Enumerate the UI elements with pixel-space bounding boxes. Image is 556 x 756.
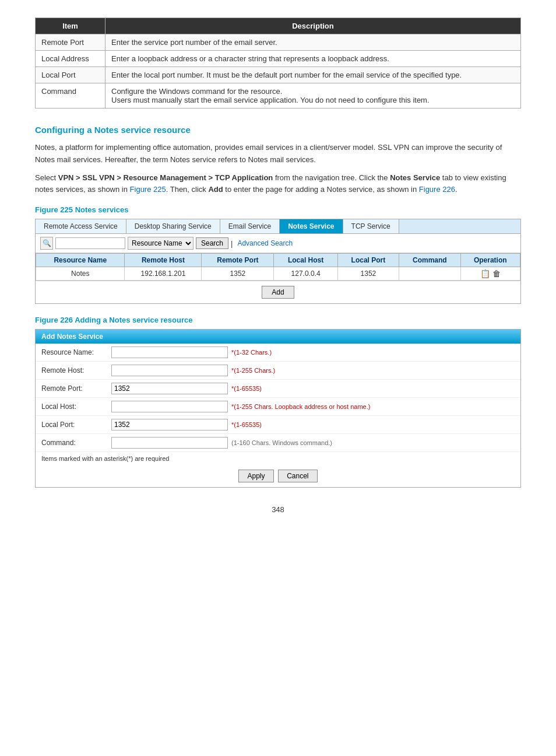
label-command: Command: [41, 439, 111, 447]
cancel-button[interactable]: Cancel [278, 470, 317, 482]
tab-tcp-service[interactable]: TCP Service [343, 219, 399, 233]
form-buttons: Apply Cancel [36, 465, 520, 487]
figure-226-ref[interactable]: Figure 226 [419, 185, 455, 194]
page-number: 348 [35, 505, 521, 514]
col-local-port: Local Port [337, 254, 399, 267]
item-cell: Remote Port [36, 34, 105, 51]
table-row: Remote Port Enter the service port numbe… [36, 34, 521, 51]
desc-line2: Users must manually start the email serv… [111, 96, 515, 104]
bold-vpn-path: VPN > SSL VPN > Resource Management > TC… [58, 173, 273, 182]
cell-local-port: 1352 [337, 267, 399, 281]
input-command[interactable] [111, 437, 228, 449]
col-local-host: Local Host [274, 254, 337, 267]
form-row-local-host: Local Host: *(1-255 Chars. Loopback addr… [36, 398, 520, 416]
col-operation: Operation [460, 254, 520, 267]
item-cell: Local Address [36, 51, 105, 67]
cell-operation: 📋 🗑 [460, 267, 520, 281]
desc-line1: Configure the Windows command for the re… [111, 87, 515, 96]
hint-remote-port: *(1-65535) [231, 385, 262, 392]
body-text-end: . [455, 185, 458, 194]
col-resource-name: Resource Name [36, 254, 125, 267]
form-body: Resource Name: *(1-32 Chars.) Remote Hos… [36, 344, 520, 487]
copy-icon[interactable]: 📋 [480, 269, 490, 278]
tab-email-service[interactable]: Email Service [220, 219, 280, 233]
cell-remote-host: 192.168.1.201 [125, 267, 202, 281]
cell-command [399, 267, 460, 281]
input-local-host[interactable] [111, 401, 228, 412]
section-heading: Configuring a Notes service resource [35, 125, 521, 135]
body-text-prefix: Select [35, 173, 58, 182]
required-note: Items marked with an asterisk(*) are req… [36, 452, 520, 465]
form-row-command: Command: (1-160 Chars. Windows command.) [36, 434, 520, 452]
search-field-select[interactable]: Resource Name [128, 237, 193, 250]
item-cell: Local Port [36, 67, 105, 83]
col-remote-host: Remote Host [125, 254, 202, 267]
hint-local-port: *(1-65535) [231, 421, 262, 428]
input-local-port[interactable] [111, 419, 228, 430]
notes-data-table: Resource Name Remote Host Remote Port Lo… [36, 253, 520, 281]
search-icon: 🔍 [40, 237, 53, 250]
delete-icon[interactable]: 🗑 [492, 269, 501, 278]
apply-button[interactable]: Apply [238, 470, 273, 482]
add-button[interactable]: Add [262, 286, 294, 299]
search-button[interactable]: Search [196, 237, 228, 249]
advanced-search-link[interactable]: Advanced Search [237, 239, 293, 247]
bold-add: Add [208, 185, 223, 194]
cell-resource-name: Notes [36, 267, 125, 281]
figure-226-label: Figure 226 Adding a Notes service resour… [35, 316, 521, 324]
notes-service-mockup: Remote Access Service Desktop Sharing Se… [35, 219, 521, 304]
hint-remote-host: *(1-255 Chars.) [231, 367, 275, 374]
table-row: Local Address Enter a loopback address o… [36, 51, 521, 67]
input-remote-host[interactable] [111, 365, 228, 376]
table-row: Local Port Enter the local port number. … [36, 67, 521, 83]
tab-desktop-sharing[interactable]: Desktop Sharing Service [126, 219, 220, 233]
form-row-resource-name: Resource Name: *(1-32 Chars.) [36, 344, 520, 362]
body-text-mid3: . Then, click [166, 185, 209, 194]
body-text-mid4: to enter the page for adding a Notes ser… [223, 185, 419, 194]
bold-notes-service: Notes Service [390, 173, 440, 182]
label-local-host: Local Host: [41, 402, 111, 411]
hint-command: (1-160 Chars. Windows command.) [231, 439, 332, 446]
body-text-mid: from the navigation tree. Click the [273, 173, 390, 182]
form-row-local-port: Local Port: *(1-65535) [36, 416, 520, 434]
input-resource-name[interactable] [111, 346, 228, 358]
cell-local-host: 127.0.0.4 [274, 267, 337, 281]
tab-notes-service[interactable]: Notes Service [280, 219, 343, 233]
desc-cell: Enter a loopback address or a character … [105, 51, 521, 67]
form-header: Add Notes Service [36, 330, 520, 344]
cell-remote-port: 1352 [202, 267, 274, 281]
form-row-remote-host: Remote Host: *(1-255 Chars.) [36, 362, 520, 380]
table-row: Notes 192.168.1.201 1352 127.0.0.4 1352 … [36, 267, 520, 281]
form-row-remote-port: Remote Port: *(1-65535) [36, 380, 520, 398]
label-local-port: Local Port: [41, 421, 111, 429]
figure-225-ref[interactable]: Figure 225 [130, 185, 166, 194]
table-row: Command Configure the Windows command fo… [36, 83, 521, 108]
col-header-description: Description [105, 18, 521, 34]
info-table: Item Description Remote Port Enter the s… [35, 18, 521, 108]
body-paragraph-2: Select VPN > SSL VPN > Resource Manageme… [35, 172, 521, 197]
search-bar: 🔍 Resource Name Search | Advanced Search [36, 234, 520, 253]
figure-225-label: Figure 225 Notes services [35, 205, 521, 214]
label-resource-name: Resource Name: [41, 348, 111, 356]
desc-cell: Enter the service port number of the ema… [105, 34, 521, 51]
col-command: Command [399, 254, 460, 267]
col-header-item: Item [36, 18, 105, 34]
tab-remote-access[interactable]: Remote Access Service [36, 219, 126, 233]
desc-cell: Configure the Windows command for the re… [105, 83, 521, 108]
separator: | [231, 239, 233, 248]
label-remote-host: Remote Host: [41, 366, 111, 374]
operation-icons: 📋 🗑 [480, 269, 501, 278]
add-notes-form-mockup: Add Notes Service Resource Name: *(1-32 … [35, 329, 521, 488]
body-paragraph-1: Notes, a platform for implementing offic… [35, 142, 521, 166]
label-remote-port: Remote Port: [41, 384, 111, 393]
add-button-area: Add [36, 281, 520, 303]
search-input[interactable] [55, 237, 125, 249]
input-remote-port[interactable] [111, 383, 228, 394]
desc-cell: Enter the local port number. It must be … [105, 67, 521, 83]
col-remote-port: Remote Port [202, 254, 274, 267]
hint-resource-name: *(1-32 Chars.) [231, 349, 272, 356]
hint-local-host: *(1-255 Chars. Loopback address or host … [231, 403, 370, 410]
item-cell: Command [36, 83, 105, 108]
tabs-bar: Remote Access Service Desktop Sharing Se… [36, 219, 520, 234]
